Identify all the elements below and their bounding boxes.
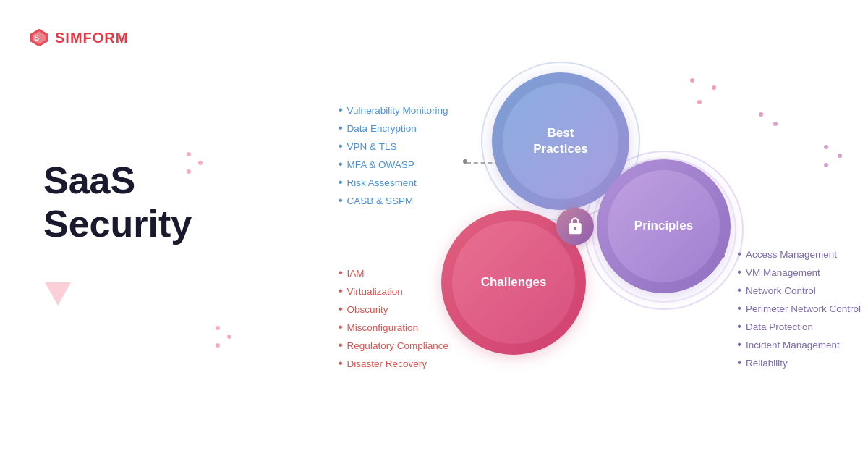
- principles-list: Access Management VM Management Network …: [737, 248, 861, 374]
- list-item: Perimeter Network Control: [737, 302, 861, 315]
- list-item: Reliability: [737, 356, 861, 369]
- list-item: Network Control: [737, 284, 861, 297]
- challenges-label: Challenges: [481, 274, 547, 290]
- title-line1: SaaS: [43, 159, 135, 201]
- lock-icon-center: [556, 207, 594, 245]
- logo-icon: S: [29, 28, 49, 48]
- triangle-decoration: [45, 282, 71, 306]
- best-practices-label: BestPractices: [533, 125, 588, 157]
- venn-diagram: BestPractices Challenges Principles: [420, 72, 731, 384]
- circle-challenges-inner: Challenges: [452, 221, 575, 344]
- svg-text:S: S: [34, 33, 39, 42]
- principles-label: Principles: [634, 218, 693, 234]
- circle-principles: Principles: [597, 159, 731, 293]
- logo: S SIMFORM: [29, 28, 128, 48]
- list-item: VM Management: [737, 266, 861, 279]
- list-item: Incident Management: [737, 338, 861, 351]
- circle-best-inner: BestPractices: [503, 83, 618, 199]
- logo-text: SIMFORM: [55, 30, 128, 46]
- lock-svg: [566, 217, 584, 235]
- title-line2: Security: [43, 203, 192, 245]
- list-item: Access Management: [737, 248, 861, 261]
- list-item: Data Protection: [737, 320, 861, 333]
- main-title: SaaS Security: [43, 159, 192, 246]
- circle-principles-inner: Principles: [608, 170, 720, 282]
